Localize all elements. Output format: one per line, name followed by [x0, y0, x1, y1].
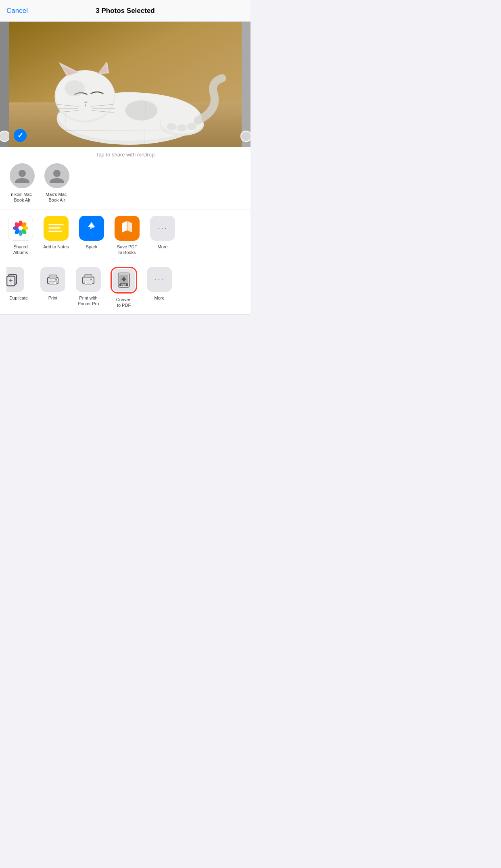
action-add-to-notes[interactable]: Add to Notes [42, 216, 70, 256]
photo-left[interactable] [0, 22, 9, 147]
svg-point-31 [53, 170, 61, 177]
action-shared-albums[interactable]: SharedAlbums [6, 216, 35, 256]
svg-point-59 [90, 279, 92, 280]
airdrop-avatar-max [44, 163, 69, 188]
selection-circle-right [240, 131, 250, 142]
airdrop-contacts: nikos' Mac-Book Air Max's Mac-Book Air [6, 163, 244, 203]
svg-point-24 [125, 100, 158, 121]
spark-label: Spark [86, 244, 98, 250]
action-more-row1[interactable]: ··· More [148, 216, 177, 256]
svg-point-52 [55, 279, 57, 281]
svg-point-30 [19, 170, 26, 177]
photo-main[interactable] [9, 22, 242, 147]
print-pro-icon-wrap [76, 267, 101, 292]
svg-point-22 [177, 124, 187, 131]
note-line-1 [48, 224, 64, 225]
svg-point-25 [65, 80, 85, 96]
airdrop-section: Tap to share with AirDrop nikos' Mac-Boo… [0, 147, 250, 210]
action-more-row2[interactable]: ··· More [145, 267, 173, 301]
airdrop-name-max: Max's Mac-Book Air [46, 192, 68, 203]
save-pdf-books-label: Save PDFto Books [117, 244, 137, 256]
photo-strip [0, 22, 250, 147]
shared-albums-icon-wrap [8, 216, 33, 241]
actions-row-2: Duplicate [0, 261, 250, 314]
add-to-notes-label: Add to Notes [43, 244, 69, 250]
page-title: 3 Photos Selected [96, 7, 154, 15]
books-icon-wrap [115, 216, 140, 241]
airdrop-avatar-nikos [10, 163, 35, 188]
svg-rect-49 [49, 281, 56, 285]
action-items-row1: SharedAlbums Add to Notes [6, 216, 177, 256]
more-row2-dots-icon: ··· [154, 274, 164, 285]
spark-icon-wrap [79, 216, 104, 241]
notes-lines-icon [45, 220, 67, 236]
shared-albums-label: SharedAlbums [13, 244, 28, 256]
print-label: Print [48, 295, 58, 301]
airdrop-contact-max[interactable]: Max's Mac-Book Air [44, 163, 69, 203]
convert-pdf-label: Convertto PDF [116, 297, 132, 308]
action-items-row2: Duplicate [6, 267, 173, 308]
airdrop-label: Tap to share with AirDrop [6, 152, 244, 158]
more-dots-icon: ··· [158, 223, 167, 233]
actions-row-1: SharedAlbums Add to Notes [0, 210, 250, 262]
svg-text:PDF: PDF [121, 284, 126, 286]
svg-point-21 [167, 123, 177, 130]
duplicate-icon-wrap [6, 267, 24, 292]
airdrop-contact-nikos[interactable]: nikos' Mac-Book Air [10, 163, 35, 203]
more-row1-icon-wrap: ··· [150, 216, 175, 241]
more-row2-label: More [154, 295, 164, 301]
svg-rect-48 [49, 275, 56, 278]
action-convert-to-pdf[interactable]: PDF Convertto PDF [110, 267, 138, 308]
svg-rect-54 [85, 275, 92, 278]
action-duplicate[interactable]: Duplicate [6, 267, 31, 301]
selection-checkmark [14, 129, 27, 142]
action-save-pdf-books[interactable]: Save PDFto Books [113, 216, 141, 256]
airdrop-name-nikos: nikos' Mac-Book Air [11, 192, 33, 203]
svg-point-8 [56, 71, 114, 121]
notes-icon-wrap [44, 216, 69, 241]
print-printer-pro-label: Print withPrinter Pro [78, 295, 99, 307]
header: Cancel 3 Photos Selected [0, 0, 250, 22]
more-row1-label: More [157, 244, 167, 250]
duplicate-label: Duplicate [9, 295, 28, 301]
action-print[interactable]: Print [39, 267, 67, 301]
print-icon-wrap [40, 267, 65, 292]
cancel-button[interactable]: Cancel [6, 7, 28, 15]
note-line-2 [48, 227, 61, 229]
action-print-printer-pro[interactable]: Print withPrinter Pro [74, 267, 102, 307]
action-spark[interactable]: Spark [77, 216, 106, 256]
convert-pdf-icon-wrap: PDF [113, 269, 135, 291]
more-row2-icon-wrap: ··· [147, 267, 172, 292]
svg-point-23 [187, 123, 197, 130]
share-sheet: Tap to share with AirDrop nikos' Mac-Boo… [0, 147, 250, 314]
note-line-3 [48, 231, 62, 232]
photo-right[interactable] [242, 22, 250, 147]
convert-pdf-highlight-border: PDF [111, 267, 137, 293]
